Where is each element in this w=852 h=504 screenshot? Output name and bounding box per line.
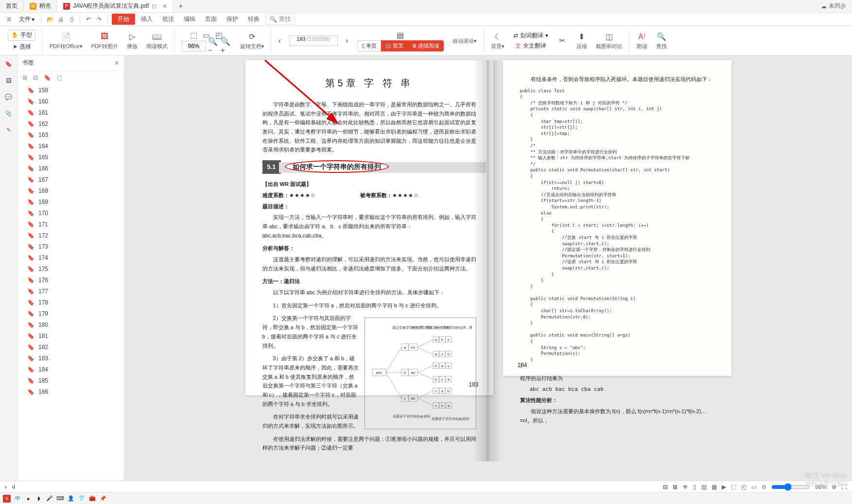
attachment-icon[interactable]: 📎: [4, 109, 14, 118]
tab-home[interactable]: 首页: [0, 0, 24, 12]
ime-zh-icon[interactable]: 中: [14, 495, 21, 503]
hand-tool[interactable]: ✋手型: [8, 30, 35, 41]
menu-page[interactable]: 页面: [201, 14, 221, 24]
bookmark-item[interactable]: 🔖174: [17, 252, 124, 263]
ime-half-icon[interactable]: ◗: [35, 495, 43, 503]
fullscreen-icon[interactable]: ⛶: [841, 484, 847, 490]
read-mode-button[interactable]: 📖阅读模式: [142, 31, 172, 50]
prev-page-icon[interactable]: ‹: [275, 35, 285, 46]
crop-compare-button[interactable]: ◫截图和对比: [592, 31, 626, 50]
full-trans-button[interactable]: 文全文翻译: [515, 42, 546, 50]
bookmark-item[interactable]: 🔖186: [17, 386, 124, 397]
document-area[interactable]: 第5章 字 符 串 字符串是由数字、字母、下画线组成的一串字符，是最常用的数据结…: [124, 55, 852, 481]
pdf-office-button[interactable]: 📄PDF转Office▾: [46, 31, 87, 50]
double-page-button[interactable]: ▯▯双页: [381, 40, 408, 51]
ime-icon[interactable]: S: [3, 495, 11, 503]
find-button[interactable]: 🔍查找: [652, 31, 671, 50]
bookmark-item[interactable]: 🔖185: [17, 375, 124, 386]
auto-scroll-button[interactable]: 自动滚动▾: [449, 36, 481, 45]
redo-icon[interactable]: ↷: [95, 15, 104, 24]
bookmark-item[interactable]: 🔖179: [17, 308, 124, 319]
hamburger-icon[interactable]: ≡: [4, 15, 14, 24]
expand-icon[interactable]: ⊞: [22, 74, 27, 81]
select-tool[interactable]: ➤选择: [10, 42, 34, 52]
undo-icon[interactable]: ↶: [84, 15, 93, 24]
menu-convert[interactable]: 转换: [244, 14, 263, 24]
bookmark-item[interactable]: 🔖177: [17, 286, 124, 297]
tab-add-button[interactable]: +: [174, 0, 188, 12]
bookmark-item[interactable]: 🔖181: [17, 330, 124, 341]
comment-icon[interactable]: 💬: [4, 92, 14, 102]
screenshot-button[interactable]: ✂: [553, 35, 572, 46]
bookmark-icon[interactable]: 🔖: [4, 59, 14, 69]
layout1-icon[interactable]: ▯: [693, 484, 696, 490]
zoom-in-status[interactable]: ⊕: [832, 484, 836, 490]
next-page-icon[interactable]: ›: [342, 35, 352, 46]
menu-insert[interactable]: 插入: [137, 14, 156, 24]
save-icon[interactable]: 🖨: [56, 15, 65, 24]
tab-pin-icon[interactable]: ⊡: [152, 3, 156, 10]
bm-del-icon[interactable]: ▢: [57, 74, 62, 81]
collapse-icon[interactable]: ⊟: [33, 74, 38, 81]
continuous-button[interactable]: ≣连续阅读: [408, 40, 444, 51]
bookmark-item[interactable]: 🔖166: [17, 163, 124, 174]
fit1-icon[interactable]: ⬚: [731, 484, 736, 490]
sign-icon[interactable]: ✎: [4, 125, 14, 135]
fit3-icon[interactable]: ▭: [751, 484, 757, 490]
bookmark-item[interactable]: 🔖165: [17, 151, 124, 163]
bookmark-item[interactable]: 🔖160: [17, 96, 124, 107]
zoom-input[interactable]: [182, 41, 206, 51]
bm-icon[interactable]: 🔖: [44, 74, 51, 81]
pin-icon[interactable]: 📌: [99, 495, 107, 503]
mic-icon[interactable]: 🎤: [46, 495, 53, 503]
toolbox-icon[interactable]: 🧰: [88, 495, 96, 503]
view-compact-icon[interactable]: ⊟: [663, 484, 668, 490]
read-aloud-button[interactable]: A⁾朗读: [633, 31, 651, 50]
menu-review[interactable]: 批注: [158, 14, 178, 24]
menu-edit[interactable]: 编辑: [180, 14, 199, 24]
menu-protect[interactable]: 保护: [223, 14, 242, 24]
bookmark-item[interactable]: 🔖164: [17, 140, 124, 151]
bookmark-item[interactable]: 🔖178: [17, 297, 124, 308]
print-icon[interactable]: ⎙: [67, 15, 76, 24]
bg-button[interactable]: ☾背景▾: [487, 31, 508, 50]
menu-start[interactable]: 开始: [112, 14, 135, 25]
bookmark-item[interactable]: 🔖182: [17, 341, 124, 353]
page-layout-icon[interactable]: ▤: [395, 30, 406, 40]
compress-button[interactable]: ⬍压缩: [573, 31, 591, 50]
thumbnail-icon[interactable]: 🖼: [4, 76, 14, 85]
bookmark-item[interactable]: 🔖176: [17, 274, 124, 286]
bookmark-item[interactable]: 🔖171: [17, 218, 124, 230]
zoom-slider[interactable]: [771, 483, 810, 491]
bookmark-item[interactable]: 🔖183: [17, 353, 124, 364]
layout3-icon[interactable]: ▦: [712, 484, 717, 490]
layout4-icon[interactable]: ▶: [722, 484, 726, 490]
zoom-out-icon[interactable]: 🔍−: [208, 41, 219, 51]
pdf-pic-button[interactable]: 🖼PDF转图片: [87, 31, 122, 50]
person-icon[interactable]: 👤: [67, 495, 75, 503]
bookmark-item[interactable]: 🔖159: [17, 84, 124, 96]
shirt-icon[interactable]: 👕: [78, 495, 86, 503]
play-button[interactable]: ▷播放: [123, 31, 141, 50]
close-panel-icon[interactable]: ✕: [114, 60, 119, 67]
bookmark-item[interactable]: 🔖161: [17, 107, 124, 118]
bookmark-item[interactable]: 🔖167: [17, 174, 124, 185]
menu-search[interactable]: 🔍查找: [265, 14, 295, 25]
word-trans-button[interactable]: ⇄划词翻译▾: [513, 32, 548, 40]
file-menu[interactable]: 文件 ▾: [16, 15, 37, 23]
bookmark-list[interactable]: 🔖159🔖160🔖161🔖162🔖163🔖164🔖165🔖166🔖167🔖168…: [17, 84, 124, 481]
rotate-button[interactable]: ⟳旋转文档▾: [236, 31, 268, 50]
zoom-out-status[interactable]: ⊖: [762, 484, 766, 490]
eye-icon[interactable]: 👁: [682, 484, 688, 490]
sync-status[interactable]: ☁未同步: [815, 0, 852, 12]
fit2-icon[interactable]: ◰: [741, 484, 747, 490]
bookmark-item[interactable]: 🔖175: [17, 263, 124, 274]
view-expand-icon[interactable]: ⊞: [673, 484, 678, 490]
bookmark-item[interactable]: 🔖184: [17, 364, 124, 375]
open-icon[interactable]: 📂: [46, 15, 54, 24]
bookmark-item[interactable]: 🔖168: [17, 185, 124, 196]
tab-close-icon[interactable]: ✕: [162, 3, 167, 10]
bookmark-item[interactable]: 🔖169: [17, 196, 124, 207]
bookmark-item[interactable]: 🔖173: [17, 241, 124, 252]
tab-file[interactable]: P JAVA程序员面试算法宝典.pdf ⊡ ✕: [57, 0, 174, 12]
